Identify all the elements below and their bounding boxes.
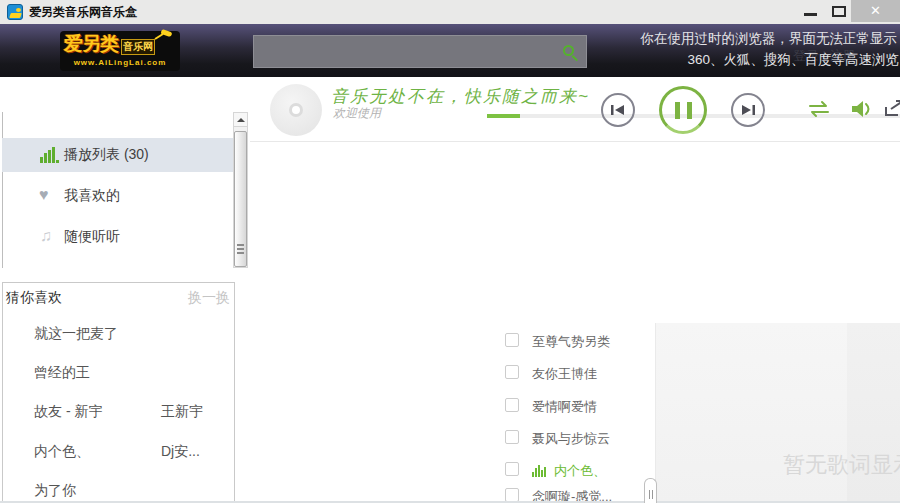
song-title[interactable]: 友你王博佳 <box>532 365 597 383</box>
guess-you-like-title: 猜你喜欢 <box>6 289 62 307</box>
guess-item[interactable]: 曾经的王 <box>34 364 90 382</box>
maximize-button[interactable] <box>827 0 851 22</box>
volume-icon[interactable] <box>850 100 874 118</box>
guess-item[interactable]: 就这一把麦了 <box>34 325 118 343</box>
search-icon[interactable] <box>563 45 574 56</box>
sidebar-item-random-listen[interactable]: ♫ 随便听听 <box>2 220 233 254</box>
song-checkbox[interactable] <box>505 365 519 379</box>
song-title[interactable]: 内个色、 <box>554 462 606 480</box>
music-note-icon: ♫ <box>40 227 52 245</box>
window-title: 爱另类音乐网音乐盒 <box>29 0 137 24</box>
logo-text-big: 爱另类 <box>64 31 118 57</box>
close-button[interactable]: ✕ <box>851 0 900 22</box>
share-icon[interactable] <box>884 99 900 117</box>
scrollbar-up-arrow[interactable] <box>234 113 247 127</box>
guess-item[interactable]: 内个色、 <box>34 443 90 461</box>
no-lyrics-placeholder: 暂无歌词显示 <box>783 450 900 480</box>
logo-text-small: 音乐网 <box>121 39 155 55</box>
sidebar-item-label: 播放列表 (30) <box>64 146 149 164</box>
minimize-icon <box>804 13 817 16</box>
pause-icon <box>675 102 692 119</box>
site-logo[interactable]: 爱另类 音乐网 www.AiLingLai.com <box>60 31 180 71</box>
song-checkbox[interactable] <box>505 398 519 412</box>
sidebar-item-label: 我喜欢的 <box>64 187 120 205</box>
album-art-disc <box>270 84 322 136</box>
heart-icon: ♥ <box>39 186 49 204</box>
now-playing-equalizer-icon <box>532 465 546 477</box>
welcome-subtitle: 欢迎使用 <box>333 105 381 122</box>
app-window: 爱另类音乐网音乐盒 ✕ 爱另类 音乐网 www.AiLingLai.com 登录… <box>0 0 900 503</box>
refresh-link[interactable]: 换一换 <box>188 289 230 307</box>
search-box <box>253 35 587 68</box>
sidebar-scrollbar[interactable] <box>233 112 248 268</box>
song-title[interactable]: 爱情啊爱情 <box>532 398 597 416</box>
song-checkbox[interactable] <box>505 462 519 476</box>
loop-mode-icon[interactable] <box>806 100 832 118</box>
song-checkbox[interactable] <box>505 488 519 502</box>
previous-icon <box>611 104 625 116</box>
player-divider <box>250 141 900 142</box>
pause-button[interactable] <box>659 86 707 134</box>
guess-you-like-box: 猜你喜欢 换一换 就这一把麦了 曾经的王 故友 - 新宇 王新宇 内个色、 Dj… <box>2 282 235 503</box>
minimize-button[interactable] <box>795 0 825 22</box>
song-title[interactable]: 至尊气势另类 <box>532 333 610 351</box>
logo-url: www.AiLingLai.com <box>64 58 176 67</box>
maximize-icon <box>832 6 846 17</box>
microphone-icon <box>152 29 174 41</box>
equalizer-icon <box>40 147 59 163</box>
song-checkbox[interactable] <box>505 430 519 444</box>
sidebar-item-playlist[interactable]: 播放列表 (30) <box>2 138 233 172</box>
browser-warning-line1: 你在使用过时的浏览器，界面无法正常显示 <box>641 30 898 48</box>
sidebar-item-label: 随便听听 <box>64 228 120 246</box>
app-icon <box>7 4 23 20</box>
guess-item[interactable]: 故友 - 新宇 <box>34 403 102 421</box>
scrollbar-thumb[interactable] <box>234 131 247 267</box>
search-input[interactable] <box>258 38 558 65</box>
next-button[interactable] <box>731 93 765 127</box>
guess-item-artist: Dj安... <box>161 443 200 461</box>
browser-warning-line2: 360、火狐、搜狗、百度等高速浏览 <box>687 51 899 69</box>
guess-item[interactable]: 为了你 <box>34 482 76 500</box>
next-icon <box>741 104 755 116</box>
previous-button[interactable] <box>601 93 635 127</box>
guess-item-artist: 王新宇 <box>161 403 203 421</box>
song-title[interactable]: 聂风与步惊云 <box>532 430 610 448</box>
songlist-scrollbar-thumb[interactable] <box>644 478 657 503</box>
header: 爱另类 音乐网 www.AiLingLai.com 登录 | 注册 你在使用过时… <box>0 24 900 77</box>
titlebar: 爱另类音乐网音乐盒 ✕ <box>0 0 900 24</box>
sidebar-item-favorites[interactable]: ♥ 我喜欢的 <box>2 179 233 213</box>
song-checkbox[interactable] <box>505 333 519 347</box>
progress-fill <box>487 114 520 118</box>
